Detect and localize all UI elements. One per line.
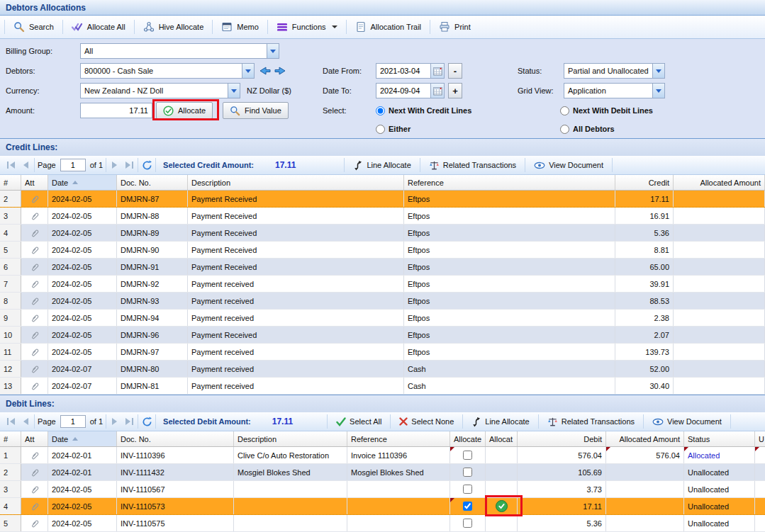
refresh-button[interactable] [140, 158, 154, 172]
radio-input[interactable] [376, 106, 385, 115]
attachment-icon[interactable] [21, 361, 48, 377]
column-header-allocated-amount[interactable]: Allocated Amount [606, 431, 684, 446]
credit-row[interactable]: 6 2024-02-05 DMJRN-91 Payment Received E… [0, 259, 765, 276]
column-header-credit[interactable]: Credit [615, 175, 674, 190]
column-header-debit[interactable]: Debit [518, 431, 606, 446]
attachment-icon[interactable] [21, 447, 48, 463]
debit-related-transactions-button[interactable]: Related Transactions [540, 413, 642, 430]
debit-row[interactable]: 5 2024-02-05 INV-1110575 5.36 Unallocate… [0, 515, 765, 532]
first-page-button[interactable] [4, 414, 18, 429]
radio-input[interactable] [376, 125, 385, 134]
previous-debtor-icon[interactable] [258, 64, 272, 77]
attachment-icon[interactable] [21, 378, 48, 394]
attachment-icon[interactable] [21, 191, 48, 207]
credit-row[interactable]: 7 2024-02-05 DMJRN-92 Payment received E… [0, 276, 765, 293]
allocate-checkbox[interactable] [463, 468, 472, 477]
column-header-reference[interactable]: Reference [347, 431, 450, 446]
prev-page-button[interactable] [18, 158, 33, 172]
status-select[interactable]: Partial and Unallocated [564, 63, 665, 79]
hive-allocate-button[interactable]: Hive Allocate [136, 18, 211, 35]
column-header-description[interactable]: Description [188, 175, 404, 190]
debit-row[interactable]: 1 2024-02-01 INV-1110396 Clive C/o Auto … [0, 447, 765, 464]
print-button[interactable]: Print [432, 18, 478, 35]
functions-button[interactable]: Functions [269, 18, 345, 35]
next-debtor-icon[interactable] [274, 64, 287, 77]
credit-row[interactable]: 9 2024-02-05 DMJRN-94 Payment received E… [0, 310, 765, 327]
column-header-date[interactable]: Date [48, 175, 117, 190]
column-header-att[interactable]: Att [21, 431, 48, 446]
date-to-input[interactable] [376, 83, 431, 98]
attachment-icon[interactable] [21, 464, 48, 480]
radio-input[interactable] [560, 106, 569, 115]
column-header-date[interactable]: Date [48, 431, 117, 446]
select-all-button[interactable]: Select All [329, 413, 389, 430]
next-page-button[interactable] [108, 414, 122, 429]
find-value-button[interactable]: Find Value [223, 102, 289, 119]
date-from-step-button[interactable]: - [448, 63, 462, 79]
debit-view-document-button[interactable]: View Document [645, 413, 729, 430]
radio-next-with-debit-lines[interactable]: Next With Debit Lines [560, 103, 653, 118]
column-header-reference[interactable]: Reference [404, 175, 615, 190]
allocate-checkbox[interactable] [463, 502, 472, 511]
credit-row[interactable]: 13 2024-02-07 DMJRN-81 Payment received … [0, 378, 765, 395]
last-page-button[interactable] [122, 158, 136, 172]
column-header-allocated-amount[interactable]: Allocated Amount [674, 175, 765, 190]
allocate-checkbox[interactable] [463, 451, 472, 460]
credit-row[interactable]: 3 2024-02-05 DMJRN-88 Payment Received E… [0, 208, 765, 225]
currency-select[interactable]: New Zealand - NZ Doll [80, 83, 240, 98]
attachment-icon[interactable] [21, 481, 48, 497]
credit-row[interactable]: 12 2024-02-07 DMJRN-80 Payment received … [0, 361, 765, 378]
last-page-button[interactable] [122, 414, 136, 429]
amount-input[interactable] [80, 103, 152, 118]
allocate-all-button[interactable]: Allocate All [65, 18, 133, 35]
credit-row[interactable]: 10 2024-02-05 DMJRN-96 Payment Received … [0, 327, 765, 344]
column-header-doc-no[interactable]: Doc. No. [117, 175, 188, 190]
attachment-icon[interactable] [21, 242, 48, 258]
credit-view-document-button[interactable]: View Document [527, 157, 610, 174]
memo-button[interactable]: Memo [214, 18, 266, 35]
date-to-calendar-button[interactable] [430, 83, 445, 98]
column-header-num[interactable]: # [0, 175, 21, 190]
radio-next-with-credit-lines[interactable]: Next With Credit Lines [376, 103, 471, 118]
credit-row[interactable]: 2 2024-02-05 DMJRN-87 Payment Received E… [0, 191, 765, 208]
credit-row[interactable]: 5 2024-02-05 DMJRN-90 Payment Received E… [0, 242, 765, 259]
radio-input[interactable] [560, 125, 569, 134]
debit-line-allocate-button[interactable]: Line Allocate [464, 413, 536, 430]
radio-all-debtors[interactable]: All Debtors [560, 121, 615, 137]
attachment-icon[interactable] [21, 276, 48, 292]
date-to-step-button[interactable]: + [448, 83, 462, 98]
allocate-checkbox[interactable] [463, 485, 472, 494]
attachment-icon[interactable] [21, 310, 48, 326]
column-header-allocated[interactable]: Allocat [486, 431, 518, 446]
allocate-checkbox[interactable] [463, 519, 472, 528]
page-input[interactable] [60, 415, 86, 428]
credit-row[interactable]: 8 2024-02-05 DMJRN-93 Payment received E… [0, 293, 765, 310]
attachment-icon[interactable] [21, 515, 48, 531]
attachment-icon[interactable] [21, 293, 48, 309]
grid-view-select[interactable]: Application [564, 83, 665, 98]
radio-either[interactable]: Either [376, 121, 411, 137]
first-page-button[interactable] [4, 158, 18, 172]
page-input[interactable] [60, 159, 86, 171]
allocation-trail-button[interactable]: Allocation Trail [348, 18, 429, 35]
debit-row[interactable]: 4 2024-02-05 INV-1110573 17.11 Unallocat… [0, 498, 765, 515]
billing-group-select[interactable]: All [80, 43, 279, 59]
column-header-att[interactable]: Att [21, 175, 48, 190]
debit-row[interactable]: 2 2024-02-01 INV-1111432 Mosgiel Blokes … [0, 464, 765, 481]
allocate-button[interactable]: Allocate [156, 102, 213, 119]
select-none-button[interactable]: Select None [392, 413, 461, 430]
column-header-u[interactable]: U [755, 431, 765, 446]
credit-line-allocate-button[interactable]: Line Allocate [346, 157, 418, 174]
prev-page-button[interactable] [18, 414, 33, 429]
credit-related-transactions-button[interactable]: Related Transactions [422, 157, 523, 174]
attachment-icon[interactable] [21, 259, 48, 275]
date-from-input[interactable] [376, 63, 431, 79]
refresh-button[interactable] [140, 414, 154, 429]
search-button[interactable]: Search [6, 18, 61, 35]
debit-row[interactable]: 3 2024-02-05 INV-1110567 3.73 Unallocate… [0, 481, 765, 498]
credit-row[interactable]: 11 2024-02-05 DMJRN-97 Payment received … [0, 344, 765, 361]
column-header-allocate[interactable]: Allocate [450, 431, 486, 446]
attachment-icon[interactable] [21, 344, 48, 360]
attachment-icon[interactable] [21, 498, 48, 514]
column-header-description[interactable]: Description [234, 431, 347, 446]
